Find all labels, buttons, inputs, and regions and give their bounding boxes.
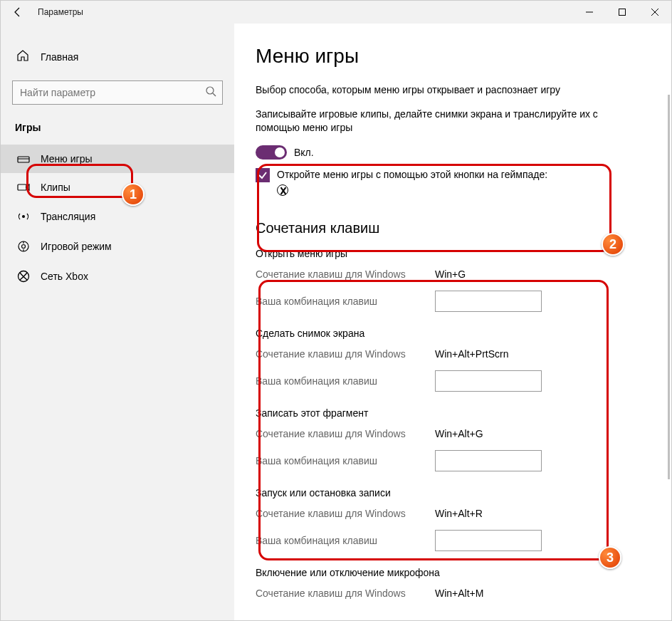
badge-3: 3 (599, 546, 621, 569)
shortcut-block: Включение или отключение микрофонаСочета… (256, 567, 643, 604)
sidebar-item-label: Клипы (41, 182, 70, 193)
shortcut-windows-value: Win+Alt+G (435, 428, 483, 439)
maximize-button[interactable] (606, 1, 639, 24)
shortcut-title: Сделать снимок экрана (256, 328, 643, 339)
shortcut-windows-value: Win+Alt+PrtScrn (435, 348, 508, 360)
shortcut-custom-label: Ваша комбинация клавиш (256, 535, 435, 546)
shortcut-windows-value: Win+G (435, 268, 466, 280)
toggle-label: Вкл. (294, 147, 314, 158)
sidebar-item-broadcast[interactable]: Трансляция (1, 202, 234, 231)
main-content: Меню игры Выбор способа, которым меню иг… (234, 24, 671, 620)
badge-1: 1 (122, 183, 145, 206)
broadcast-icon (16, 210, 31, 223)
shortcut-block: Запуск или остановка записиСочетание кла… (256, 487, 643, 551)
xbox-button-icon (277, 184, 288, 196)
sidebar-item-label: Меню игры (41, 153, 93, 165)
sidebar-item-xbox-network[interactable]: Сеть Xbox (1, 261, 234, 291)
shortcut-windows-label: Сочетание клавиш для Windows (256, 348, 435, 360)
sidebar-home-label: Главная (41, 51, 78, 63)
sidebar-item-label: Сеть Xbox (41, 271, 88, 282)
home-icon (16, 49, 31, 65)
shortcut-block: Сделать снимок экранаСочетание клавиш дл… (256, 328, 643, 392)
shortcut-windows-label: Сочетание клавиш для Windows (256, 268, 435, 280)
shortcut-title: Запуск или остановка записи (256, 487, 643, 499)
svg-point-9 (22, 215, 25, 218)
svg-rect-8 (18, 184, 26, 190)
page-title: Меню игры (256, 45, 643, 68)
sidebar-item-label: Игровой режим (41, 241, 112, 252)
svg-point-11 (22, 245, 26, 249)
shortcut-custom-input[interactable] (435, 530, 542, 551)
shortcut-windows-label: Сочетание клавиш для Windows (256, 588, 435, 599)
search-box[interactable] (12, 80, 223, 105)
shortcut-title: Включение или отключение микрофона (256, 567, 643, 578)
xbox-icon (16, 270, 31, 283)
shortcut-block: Открыть меню игрыСочетание клавиш для Wi… (256, 248, 643, 312)
sidebar-item-clips[interactable]: Клипы (1, 173, 234, 202)
page-description-1: Выбор способа, которым меню игры открыва… (256, 83, 643, 98)
sidebar-item-label: Трансляция (41, 211, 95, 222)
shortcut-custom-input[interactable] (435, 450, 542, 471)
app-title: Параметры (38, 7, 83, 17)
sidebar-home[interactable]: Главная (1, 43, 234, 71)
shortcut-custom-input[interactable] (435, 370, 542, 392)
gamepad-checkbox[interactable] (256, 168, 270, 182)
close-button[interactable] (639, 1, 671, 24)
back-button[interactable] (1, 1, 35, 24)
minimize-button[interactable] (573, 1, 606, 24)
shortcut-windows-value: Win+Alt+M (435, 588, 483, 599)
checkbox-label: Откройте меню игры с помощью этой кнопки… (277, 169, 547, 180)
search-input[interactable] (20, 87, 205, 98)
game-bar-icon (16, 154, 31, 164)
sidebar: Главная Игры Меню игры Клипы (1, 24, 234, 620)
shortcut-custom-label: Ваша комбинация клавиш (256, 455, 435, 466)
sidebar-item-game-mode[interactable]: Игровой режим (1, 231, 234, 261)
sidebar-item-game-bar[interactable]: Меню игры (1, 145, 234, 173)
shortcut-windows-label: Сочетание клавиш для Windows (256, 428, 435, 439)
svg-rect-6 (18, 157, 29, 162)
badge-2: 2 (602, 233, 624, 256)
titlebar: Параметры (1, 1, 671, 24)
svg-rect-1 (619, 9, 626, 16)
game-mode-icon (16, 240, 31, 253)
svg-point-4 (206, 87, 214, 94)
search-icon (205, 85, 216, 100)
sidebar-section-title: Игры (1, 118, 234, 137)
game-bar-toggle[interactable] (256, 145, 287, 160)
shortcut-custom-label: Ваша комбинация клавиш (256, 375, 435, 387)
shortcut-block: Записать этот фрагментСочетание клавиш д… (256, 407, 643, 471)
scrollbar[interactable] (668, 95, 670, 479)
shortcut-windows-value: Win+Alt+R (435, 508, 483, 519)
shortcut-custom-label: Ваша комбинация клавиш (256, 296, 435, 307)
shortcut-title: Записать этот фрагмент (256, 407, 643, 419)
shortcut-custom-input[interactable] (435, 291, 542, 312)
svg-line-5 (213, 93, 216, 96)
shortcuts-heading: Сочетания клавиш (256, 220, 643, 236)
clips-icon (16, 182, 31, 192)
page-description-2: Записывайте игровые клипы, делайте снимк… (256, 108, 643, 135)
shortcut-title: Открыть меню игры (256, 248, 643, 259)
shortcut-windows-label: Сочетание клавиш для Windows (256, 508, 435, 519)
